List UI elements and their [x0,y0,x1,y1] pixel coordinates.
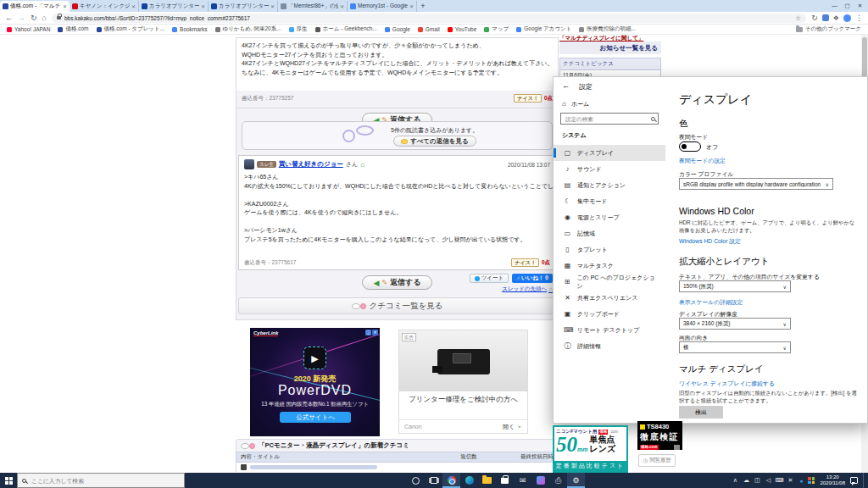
view-thread-list-button[interactable]: クチコミ一覧を見る [238,297,556,314]
tab-close-icon[interactable]: ✕ [409,3,414,9]
tray-color-grid-icon[interactable] [808,477,815,484]
browsing-history-button[interactable]: ◷ 閲覧履歴 [638,454,676,467]
author-link[interactable]: 買い替え好きのジョー [279,160,343,169]
tray-icon[interactable]: ◁ [764,477,772,484]
settings-nav-item[interactable]: ✕ 共有エクスペリエンス [554,290,665,306]
tray-icon[interactable]: ◫ [753,477,761,484]
menu-kebab-icon[interactable]: ⋮ [855,13,863,24]
browser-tab[interactable]: 価格.com - 「マルチディスプレイに関... ✕ [0,1,70,12]
notice-list-link[interactable]: お知らせ一覧を見る [600,44,658,53]
edge-button[interactable] [460,473,478,488]
settings-search-input[interactable] [564,115,651,123]
start-button[interactable] [0,473,17,488]
browser-tab[interactable]: Memory1st - Google 検索 ✕ [348,1,417,12]
bookmark-star-icon[interactable]: ☆ [795,14,801,22]
extension-icon[interactable] [822,14,829,21]
scale-dropdown[interactable]: 150% (推奨) ∨ [679,280,791,292]
tray-icon[interactable]: ✕ [786,477,794,484]
ad-info-icon[interactable]: ⓘ [365,330,371,336]
ts8430-ad[interactable]: TS8430 徹底検証 価格.com [637,421,682,450]
bookmark-item[interactable]: Yahoo! JAPAN [7,26,50,32]
taskbar-search-input[interactable] [30,477,180,485]
thread-top-link[interactable]: スレッドの先頭へ ⌂ [502,286,553,293]
show-desktop-button[interactable] [863,473,865,488]
tray-icon[interactable]: ☁ [742,477,750,484]
night-mode-toggle[interactable] [679,141,701,152]
minimize-icon[interactable]: — [828,0,841,11]
color-profile-dropdown[interactable]: sRGB display profile with display hardwa… [679,178,833,190]
settings-nav-item[interactable]: ⓘ 詳細情報 [554,338,665,354]
tweet-button[interactable]: ツイート [470,274,509,283]
url-text[interactable]: bbs.kakaku.com/bbs/-/SortID=23775257/?li… [64,15,792,21]
weather-button[interactable] [531,473,549,488]
close-icon[interactable]: ✕ [854,0,866,11]
bookmark-item[interactable]: Bookmarks [172,26,208,32]
tab-close-icon[interactable]: ✕ [270,3,275,9]
bookmark-item[interactable]: 価格.com [58,25,88,33]
settings-nav-item[interactable]: ◉ 電源とスリープ [554,209,665,225]
tray-icon[interactable]: ⌨ [775,477,783,484]
settings-nav-item[interactable]: ▭ 記憶域 [554,225,665,241]
store-button[interactable] [496,473,514,488]
address-bar[interactable]: bbs.kakaku.com/bbs/-/SortID=23775257/?li… [52,14,806,23]
bookmark-item[interactable]: Google [385,26,410,32]
back-icon[interactable]: ← [5,13,13,24]
bookmark-item[interactable]: ホーム - Geekbench... [315,25,377,33]
browser-tab[interactable]: 「Memtest86+」の使い方 - PCと解... ✕ [278,1,348,12]
powerdvd-ad[interactable]: CyberLink ⓘ ✕ ▶ 2020 新発売 PowerDVD 13 年連続… [250,328,380,436]
profile-avatar[interactable] [843,14,851,22]
orientation-dropdown[interactable]: 横 ∨ [679,341,791,353]
avatar[interactable] [244,159,254,169]
extensions-puzzle-icon[interactable]: ❖ [833,13,839,24]
bookmark-item[interactable]: ゆりかもめ, 関東20系... [215,25,281,33]
tab-close-icon[interactable]: ✕ [63,3,67,9]
maximize-icon[interactable]: ▢ [841,0,854,11]
bookmark-item[interactable]: 厚生 [289,25,308,33]
other-bookmarks[interactable]: その他のブックマーク [796,25,861,33]
bookmark-item[interactable]: Gmail [418,26,440,32]
browser-tab[interactable]: カラリオプリンター EP-882AW/AB... ✕ [209,1,278,12]
night-mode-settings-link[interactable]: 夜間モードの設定 [679,157,726,165]
reload-icon[interactable]: ↻ [31,13,37,24]
settings-nav-item[interactable]: ☾ 集中モード [554,193,665,209]
detect-button[interactable]: 検出 [679,406,723,419]
home-profile-icon[interactable]: ⌂ [360,161,364,169]
tab-close-icon[interactable]: ✕ [131,3,136,9]
bookmark-item[interactable]: 価格.com - タブレット... [97,25,165,33]
settings-nav-item[interactable]: ⊞ この PC へのプロジェクション [554,274,665,290]
browser-tab[interactable]: キヤノン：インクジェットプリンター PIX... ✕ [70,1,139,12]
taskbar-search[interactable] [17,473,185,488]
ad-close-icon[interactable]: ✕ [372,330,378,336]
browser-tab[interactable]: カラリオプリンター EW-052A 特... ✕ [139,1,209,12]
history-icon[interactable]: ↻ [811,13,818,24]
settings-nav-item[interactable]: ♪ サウンド [554,161,665,177]
new-tab-button[interactable]: + [417,1,429,12]
settings-nav-item[interactable]: ⌨ リモート デスクトップ [554,322,665,338]
table-row-partial[interactable] [236,463,559,472]
settings-search-box[interactable] [560,113,659,125]
mail-button[interactable]: ✉ [514,473,531,488]
view-all-replies-button[interactable]: すべての返信を見る [393,136,476,147]
chrome-button[interactable] [442,473,460,488]
resolution-dropdown[interactable]: 3840 × 2160 (推奨) ∨ [679,318,791,330]
forward-icon[interactable]: → [18,13,25,24]
wireless-display-link[interactable]: ワイヤレス ディスプレイに接続する [679,380,775,388]
settings-nav-item[interactable]: ▣ クリップボード [554,306,665,322]
bookmark-item[interactable]: Google アカウント [516,25,571,33]
lens-ad[interactable]: ニコンFマウント用 価格 .com 50 mm 単焦点 レンズ 定番製品比較テス… [553,425,628,473]
settings-nav-item[interactable]: ▦ マルチタスク [554,258,665,274]
ad-cta-button[interactable]: 公式サイトへ [280,412,351,423]
bookmark-item[interactable]: YouTube [448,26,477,32]
home-icon[interactable]: ⌂ [42,13,47,24]
nice-badge[interactable]: ナイス！ [511,258,538,267]
hdr-settings-link[interactable]: Windows HD Color 設定 [679,237,741,246]
scale-advanced-link[interactable]: 表示スケールの詳細設定 [679,298,743,307]
file-explorer-button[interactable] [478,473,496,488]
tray-icon[interactable]: ● [797,478,805,484]
tab-close-icon[interactable]: ✕ [340,3,344,9]
taskbar-clock[interactable]: 13:20 2020/11/08 [817,474,848,486]
cortana-button[interactable] [407,473,425,488]
like-button[interactable]: ☝ いいね！ 0 [512,274,553,283]
settings-nav-item[interactable]: ▯ タブレット [554,241,665,258]
action-center-icon[interactable] [850,477,858,484]
